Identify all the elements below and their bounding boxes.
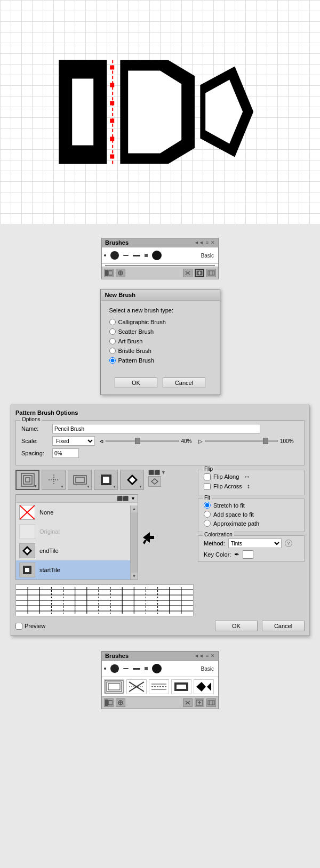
new-brush-dialog: New Brush Select a new brush type: Calli… [100, 289, 220, 395]
pbo-scale-select[interactable]: Fixed [52, 436, 95, 446]
pbo-scale-row: Scale: Fixed ⊲ 40% ▷ 100% [21, 436, 299, 446]
flip-across-cb[interactable] [204, 483, 211, 490]
add-space-row[interactable]: Add space to fit [204, 511, 299, 518]
tile-extra-btn[interactable] [148, 476, 161, 487]
eyedropper-icon[interactable]: ✒ [234, 551, 239, 558]
stretch-fit-radio[interactable] [204, 502, 211, 509]
panel-2-collapse-icon[interactable]: ◄◄ [194, 653, 204, 658]
brush-2-dash-medium[interactable] [133, 668, 140, 670]
pbo-name-input[interactable] [52, 424, 260, 433]
radio-pattern[interactable]: Pattern Brush [109, 357, 211, 364]
dd-item-none[interactable]: None [16, 503, 138, 522]
new-brush-cancel-button[interactable]: Cancel [163, 377, 205, 388]
panel-close-icon[interactable]: ✕ [211, 240, 215, 245]
new-brush-subtitle: Select a new brush type: [109, 307, 211, 314]
pattern-item-4[interactable] [171, 679, 191, 694]
brush-dash-medium[interactable] [133, 255, 140, 256]
panel-menu-icon[interactable]: ≡ [206, 240, 209, 245]
radio-scatter-input[interactable] [109, 328, 116, 335]
method-select[interactable]: Tints None Tints and Shades Hue Shift [228, 539, 282, 548]
pbo-spacing-input[interactable] [52, 448, 79, 458]
tile-btn-4[interactable]: ▼ [94, 470, 118, 490]
brush-2-dash-short[interactable] [123, 668, 129, 669]
delete-brush-icon[interactable] [183, 269, 193, 277]
stretch-fit-row[interactable]: Stretch to fit [204, 502, 299, 509]
approx-path-row[interactable]: Approximate path [204, 520, 299, 527]
brushes-panel-titlebar: Brushes ◄◄ ≡ ✕ [102, 238, 218, 247]
new-brush-from-icon[interactable] [116, 269, 125, 277]
dd-item-endtile[interactable]: endTile [16, 541, 138, 560]
pattern-item-5[interactable] [194, 679, 214, 694]
brush-options-icon-2[interactable] [206, 698, 216, 707]
brush-rect-tiny[interactable] [145, 254, 148, 257]
svg-rect-25 [103, 477, 109, 483]
radio-calligraphic-input[interactable] [109, 319, 116, 325]
libraries-icon[interactable] [104, 269, 114, 277]
flip-along-cb[interactable] [204, 473, 211, 480]
transform-handle[interactable] [107, 60, 117, 164]
tile-btn-3[interactable]: ▼ [68, 470, 92, 490]
dd-item-starttile[interactable]: startTile [16, 560, 138, 580]
calligraphic-label: Calligraphic Brush [118, 319, 166, 325]
new-brush-ok-button[interactable]: OK [115, 377, 157, 388]
new-brush-from-icon-2[interactable] [116, 698, 125, 707]
dd-scrollbar[interactable]: ▲ ▼ [130, 505, 138, 580]
brush-2-dot-medium[interactable] [110, 664, 119, 673]
add-space-radio[interactable] [204, 511, 211, 518]
brush-2-dot-tiny[interactable] [104, 668, 106, 670]
new-brush-icon[interactable] [195, 269, 204, 277]
brush-dot-large[interactable] [152, 251, 162, 260]
flip-group: Flip Flip Along ↔ Flip Across ↕ [198, 470, 305, 495]
preview-checkbox[interactable] [15, 623, 22, 630]
brush-2-dot-large[interactable] [152, 664, 162, 673]
pbo-cancel-button[interactable]: Cancel [262, 621, 305, 631]
flip-along-row[interactable]: Flip Along ↔ [204, 473, 299, 480]
panel-toolbar-1 [102, 267, 218, 279]
new-brush-icon-2[interactable] [195, 698, 204, 707]
preview-check-row[interactable]: Preview [15, 623, 45, 630]
tiles-expand-icon[interactable]: ▼ [161, 470, 166, 475]
libraries-icon-2[interactable] [104, 698, 114, 707]
scale-pct: 40% [181, 438, 196, 444]
scale-slider-2[interactable] [205, 440, 278, 442]
key-color-swatch[interactable] [243, 550, 253, 559]
panel-2-close-icon[interactable]: ✕ [211, 653, 215, 658]
scale-slider[interactable] [106, 440, 179, 442]
scroll-down-icon[interactable]: ▼ [132, 574, 137, 578]
radio-art-input[interactable] [109, 338, 116, 344]
tile-btn-5[interactable]: ▼ [120, 470, 144, 490]
radio-bristle[interactable]: Bristle Brush [109, 348, 211, 354]
pattern-item-3[interactable] [149, 679, 169, 694]
approx-path-radio[interactable] [204, 520, 211, 527]
svg-rect-35 [25, 568, 29, 572]
colorization-info-icon[interactable]: ? [285, 540, 292, 547]
tile-btn-3-arrow: ▼ [86, 485, 90, 488]
radio-art[interactable]: Art Brush [109, 338, 211, 344]
brush-dash-short[interactable] [123, 255, 129, 256]
scroll-up-icon[interactable]: ▲ [132, 507, 137, 511]
panel-collapse-icon[interactable]: ◄◄ [194, 240, 204, 245]
flip-across-row[interactable]: Flip Across ↕ [204, 483, 299, 490]
dd-header-icon: ⬛⬛ [117, 496, 129, 501]
pattern-item-2[interactable] [126, 679, 147, 694]
tile-btn-2[interactable]: ▼ [42, 470, 66, 490]
radio-calligraphic[interactable]: Calligraphic Brush [109, 319, 211, 325]
radio-bristle-input[interactable] [109, 348, 116, 354]
brush-2-rect-tiny[interactable] [145, 667, 148, 670]
panel-2-menu-icon[interactable]: ≡ [206, 653, 209, 658]
flip-along-icon: ↔ [244, 473, 250, 480]
pbo-ok-button[interactable]: OK [215, 621, 258, 631]
dd-item-original[interactable]: Original [16, 522, 138, 541]
brush-dot-medium[interactable] [110, 251, 119, 260]
pattern-item-1[interactable] [104, 679, 124, 694]
radio-pattern-input[interactable] [109, 357, 116, 364]
brush-dot-tiny[interactable] [104, 254, 106, 256]
pbo-spacing-label: Spacing: [21, 450, 48, 456]
dd-expand-icon[interactable]: ▼ [131, 496, 135, 501]
svg-rect-23 [76, 477, 84, 483]
brush-options-icon[interactable] [206, 269, 216, 277]
tile-btn-1[interactable]: ▼ [15, 470, 39, 490]
delete-brush-icon-2[interactable] [183, 698, 193, 707]
pbo-panel: Pattern Brush Options Options Name: Scal… [11, 405, 309, 636]
radio-scatter[interactable]: Scatter Brush [109, 328, 211, 335]
